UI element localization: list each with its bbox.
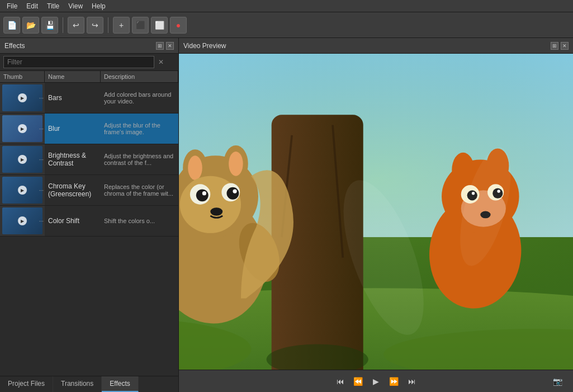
colorshift-dots: ··· [39, 218, 44, 224]
preview-controls: ⏮ ⏪ ▶ ⏩ ⏭ 📷 [179, 370, 573, 392]
effect-name-brightness: Brightness & Contrast [45, 144, 101, 174]
svg-point-21 [210, 207, 222, 216]
preview-panel-title: Video Preview [183, 42, 226, 50]
preview-float-button[interactable]: ⊞ [551, 42, 558, 50]
main-area: Effects ⊞ ✕ ✕ Thumb Name Description ▶ [0, 38, 573, 392]
effect-name-chroma: Chroma Key (Greenscreen) [45, 175, 101, 205]
chroma-dots: ··· [39, 187, 44, 193]
skip-forward-button[interactable]: ⏭ [405, 375, 419, 388]
effect-thumb-chroma: ▶ ··· [0, 175, 45, 205]
effect-row-brightness-contrast[interactable]: ▶ ··· Brightness & Contrast Adjust the b… [0, 144, 178, 175]
col-header-name: Name [45, 71, 101, 82]
preview-panel: Video Preview ⊞ ✕ [179, 38, 573, 392]
toolbar-separator-1 [63, 17, 63, 33]
effects-panel-header: Effects ⊞ ✕ [0, 38, 178, 54]
effect-thumb-blur: ▶ ··· [0, 114, 45, 144]
fast-forward-button[interactable]: ⏩ [387, 375, 401, 388]
trim-button[interactable]: ⬛ [132, 17, 149, 34]
toolbar: 📄 📂 💾 ↩ ↪ + ⬛ ⬜ ● [0, 12, 573, 38]
effect-row-blur[interactable]: ▶ ··· Blur Adjust the blur of the frame'… [0, 114, 178, 144]
svg-point-26 [452, 153, 474, 187]
menu-file[interactable]: File [2, 1, 22, 11]
add-button[interactable]: + [113, 17, 130, 34]
effects-panel: Effects ⊞ ✕ ✕ Thumb Name Description ▶ [0, 38, 179, 392]
left-panel-tabs: Project Files Transitions Effects [0, 376, 178, 392]
svg-point-12 [188, 155, 202, 180]
effect-row-bars[interactable]: ▶ ··· Bars Add colored bars around your … [0, 83, 178, 114]
panel-controls: ⊞ ✕ [156, 42, 174, 50]
effect-thumb-brightness: ▶ ··· [0, 144, 45, 174]
chroma-play-icon: ▶ [18, 186, 27, 195]
tab-effects[interactable]: Effects [102, 376, 138, 392]
menu-help[interactable]: Help [87, 1, 110, 11]
redo-button[interactable]: ↪ [87, 17, 103, 34]
toolbar-separator-2 [108, 17, 108, 33]
menu-view[interactable]: View [64, 1, 87, 11]
effect-desc-brightness: Adjust the brightness and contrast of th… [101, 144, 178, 174]
col-header-desc: Description [101, 71, 178, 82]
video-preview-area [179, 54, 573, 370]
svg-point-18 [226, 187, 239, 200]
effects-column-headers: Thumb Name Description [0, 71, 178, 83]
save-button[interactable]: 💾 [41, 17, 58, 34]
export-button[interactable]: ⬜ [151, 17, 168, 34]
menu-title[interactable]: Title [42, 1, 64, 11]
panel-close-button[interactable]: ✕ [166, 42, 174, 50]
rewind-button[interactable]: ⏪ [352, 375, 365, 388]
svg-point-13 [229, 152, 243, 176]
bars-dots: ··· [39, 95, 44, 101]
effect-name-blur: Blur [45, 114, 101, 144]
new-button[interactable]: 📄 [3, 17, 20, 34]
open-button[interactable]: 📂 [22, 17, 39, 34]
preview-panel-controls: ⊞ ✕ [551, 42, 569, 50]
svg-point-19 [202, 191, 206, 195]
effects-panel-title: Effects [4, 42, 25, 50]
tab-project-files[interactable]: Project Files [0, 376, 53, 392]
blur-dots: ··· [39, 126, 44, 132]
screenshot-button[interactable]: 📷 [551, 375, 564, 388]
skip-back-button[interactable]: ⏮ [334, 375, 347, 388]
menu-edit[interactable]: Edit [22, 1, 42, 11]
filter-row: ✕ [0, 54, 178, 71]
effect-thumb-bars: ▶ ··· [0, 83, 45, 113]
filter-clear-icon[interactable]: ✕ [158, 58, 164, 66]
svg-point-20 [233, 189, 236, 193]
panel-float-button[interactable]: ⊞ [156, 42, 164, 50]
effect-name-colorshift: Color Shift [45, 206, 101, 236]
effect-name-bars: Bars [45, 83, 101, 113]
brightness-dots: ··· [39, 157, 44, 163]
effect-desc-bars: Add colored bars around your video. [101, 83, 178, 113]
effects-table: Thumb Name Description ▶ ··· Bars Add co… [0, 71, 178, 376]
effects-filter-input[interactable] [3, 56, 154, 68]
video-scene-svg [179, 54, 573, 370]
col-header-thumb: Thumb [0, 71, 45, 82]
menu-bar: File Edit Title View Help [0, 0, 573, 12]
effect-row-chroma-key[interactable]: ▶ ··· Chroma Key (Greenscreen) Replaces … [0, 175, 178, 206]
effect-desc-chroma: Replaces the color (or chroma of the fra… [101, 175, 178, 205]
effect-row-color-shift[interactable]: ▶ ··· Color Shift Shift the colors o... [0, 206, 178, 237]
preview-panel-header: Video Preview ⊞ ✕ [179, 38, 573, 54]
svg-point-17 [196, 189, 209, 201]
blur-play-icon: ▶ [18, 124, 27, 133]
play-button[interactable]: ▶ [370, 375, 383, 388]
undo-button[interactable]: ↩ [68, 17, 84, 34]
preview-close-button[interactable]: ✕ [561, 42, 569, 50]
effect-thumb-colorshift: ▶ ··· [0, 206, 45, 236]
colorshift-play-icon: ▶ [18, 216, 27, 225]
effect-desc-blur: Adjust the blur of the frame's image. [101, 114, 178, 144]
playback-controls: ⏮ ⏪ ▶ ⏩ ⏭ [334, 375, 419, 388]
effect-desc-colorshift: Shift the colors o... [101, 206, 178, 236]
tab-transitions[interactable]: Transitions [53, 376, 102, 392]
bars-play-icon: ▶ [18, 93, 27, 102]
record-button[interactable]: ● [170, 17, 187, 34]
brightness-play-icon: ▶ [18, 155, 27, 164]
